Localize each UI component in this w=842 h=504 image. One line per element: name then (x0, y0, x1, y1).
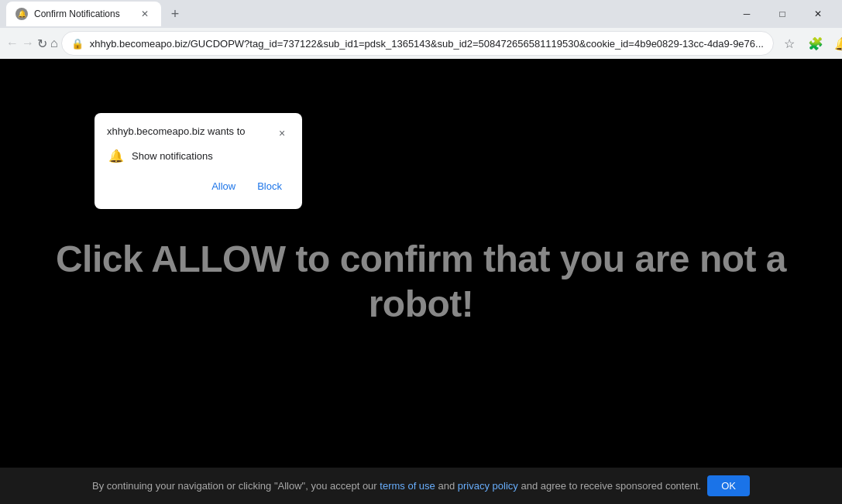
page-content: Click ALLOW to confirm that you are not … (0, 59, 842, 504)
address-bar[interactable]: 🔒 xhhyb.becomeapo.biz/GUCDOPW?tag_id=737… (61, 31, 774, 56)
tab-favicon: 🔔 (15, 8, 28, 20)
title-bar: 🔔 Confirm Notifications ✕ + ─ □ ✕ (0, 0, 842, 28)
bottom-bar: By continuing your navigation or clickin… (0, 468, 842, 504)
bottom-text-mid: and (438, 480, 455, 492)
browser-tab[interactable]: 🔔 Confirm Notifications ✕ (6, 2, 161, 26)
privacy-link[interactable]: privacy policy (458, 480, 518, 492)
popup-notification-row: 🔔 Show notifications (107, 149, 290, 163)
bookmark-button[interactable]: ☆ (777, 31, 802, 56)
allow-button[interactable]: Allow (204, 176, 243, 197)
tab-close-button[interactable]: ✕ (138, 7, 152, 21)
popup-buttons: Allow Block (107, 176, 290, 197)
ok-button[interactable]: OK (707, 475, 750, 496)
forward-button[interactable]: → (22, 31, 34, 56)
address-text: xhhyb.becomeapo.biz/GUCDOPW?tag_id=73712… (90, 38, 764, 50)
notification-label: Show notifications (132, 150, 213, 162)
robot-text: Click ALLOW to confirm that you are not … (0, 237, 842, 326)
close-button[interactable]: ✕ (800, 0, 836, 28)
reload-button[interactable]: ↻ (37, 31, 47, 56)
lock-icon: 🔒 (71, 38, 84, 50)
bell-icon: 🔔 (108, 149, 124, 163)
nav-bar: ← → ↻ ⌂ 🔒 xhhyb.becomeapo.biz/GUCDOPW?ta… (0, 28, 842, 59)
nav-icons: ☆ 🧩 🔔 A (777, 31, 842, 56)
maximize-button[interactable]: □ (765, 0, 800, 28)
home-button[interactable]: ⌂ (50, 31, 58, 56)
minimize-button[interactable]: ─ (729, 0, 765, 28)
back-button[interactable]: ← (6, 31, 19, 56)
tab-title: Confirm Notifications (34, 9, 132, 19)
block-button[interactable]: Block (249, 176, 290, 197)
notifications-button[interactable]: 🔔 (830, 31, 842, 56)
popup-close-button[interactable]: × (274, 125, 290, 141)
terms-link[interactable]: terms of use (380, 480, 435, 492)
popup-header: xhhyb.becomeapo.biz wants to × (107, 125, 290, 141)
popup-title: xhhyb.becomeapo.biz wants to (107, 125, 246, 137)
notification-popup: xhhyb.becomeapo.biz wants to × 🔔 Show no… (95, 113, 302, 209)
window-controls: ─ □ ✕ (729, 0, 836, 28)
bottom-bar-text: By continuing your navigation or clickin… (92, 480, 701, 492)
new-tab-button[interactable]: + (164, 3, 186, 25)
bottom-text-after: and agree to receive sponsored content. (521, 480, 701, 492)
extensions-button[interactable]: 🧩 (803, 31, 828, 56)
bottom-text-before: By continuing your navigation or clickin… (92, 480, 380, 492)
